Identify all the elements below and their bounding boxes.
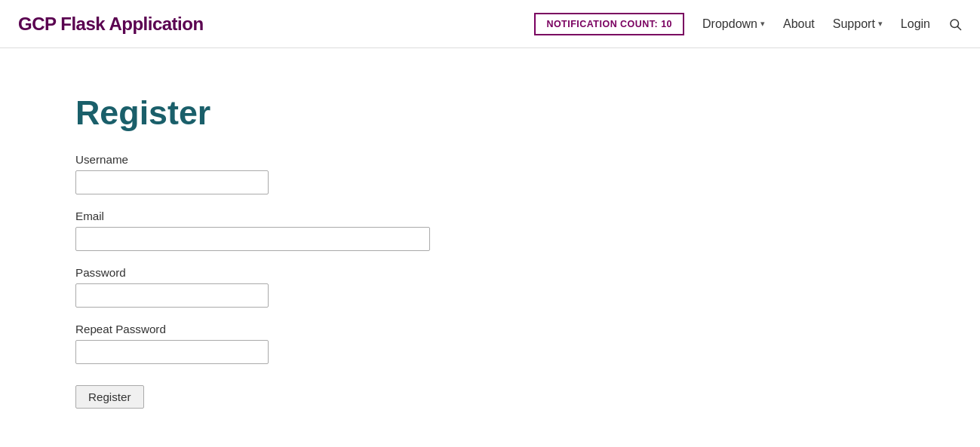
about-link[interactable]: About xyxy=(783,17,815,31)
support-menu[interactable]: Support ▾ xyxy=(833,17,883,31)
navbar-right: NOTIFICATION COUNT: 10 Dropdown ▾ About … xyxy=(534,13,962,35)
page-title: Register xyxy=(75,93,905,132)
password-input[interactable] xyxy=(75,283,269,308)
dropdown-arrow-icon: ▾ xyxy=(760,19,765,29)
repeat-password-input[interactable] xyxy=(75,340,269,364)
support-label: Support xyxy=(833,17,875,31)
search-button[interactable] xyxy=(948,17,962,31)
main-content: Register Username Email Password Repeat … xyxy=(0,48,980,447)
dropdown-menu[interactable]: Dropdown ▾ xyxy=(702,17,765,31)
password-label: Password xyxy=(75,266,905,279)
email-label: Email xyxy=(75,210,905,222)
app-brand[interactable]: GCP Flask Application xyxy=(18,14,204,35)
dropdown-label: Dropdown xyxy=(702,17,757,31)
search-icon xyxy=(948,17,962,31)
username-input[interactable] xyxy=(75,170,269,194)
notification-button[interactable]: NOTIFICATION COUNT: 10 xyxy=(534,13,684,35)
svg-line-1 xyxy=(957,26,960,29)
repeat-password-label: Repeat Password xyxy=(75,323,905,335)
register-button[interactable]: Register xyxy=(75,385,144,409)
username-label: Username xyxy=(75,153,905,166)
register-form: Username Email Password Repeat Password … xyxy=(75,153,905,409)
navbar: GCP Flask Application NOTIFICATION COUNT… xyxy=(0,0,980,48)
email-input[interactable] xyxy=(75,227,430,251)
password-group: Password xyxy=(75,266,905,308)
support-arrow-icon: ▾ xyxy=(878,19,883,29)
username-group: Username xyxy=(75,153,905,194)
login-link[interactable]: Login xyxy=(901,17,930,31)
email-group: Email xyxy=(75,210,905,251)
repeat-password-group: Repeat Password xyxy=(75,323,905,364)
